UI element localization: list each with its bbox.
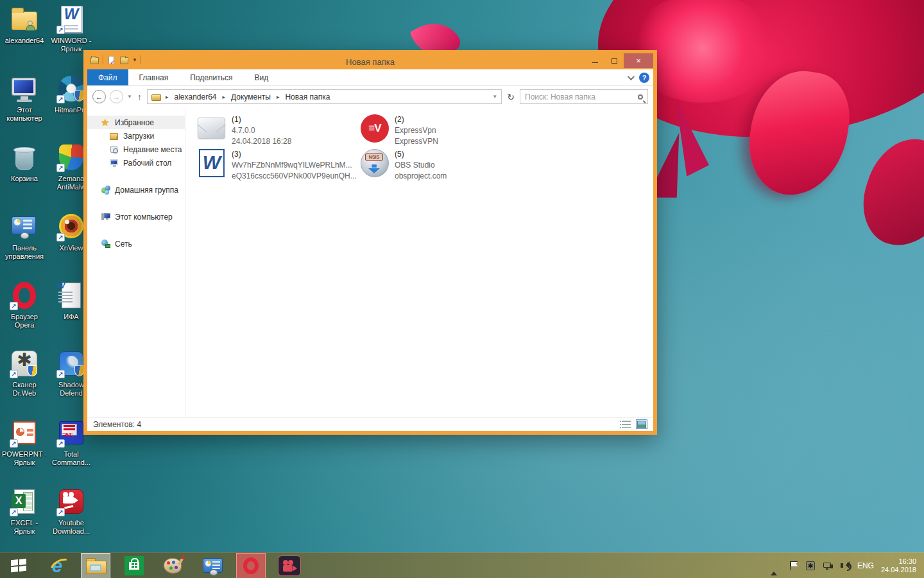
sidebar-item-desktop[interactable]: Рабочий стол: [87, 156, 185, 170]
taskbar-file-explorer[interactable]: [81, 553, 110, 578]
clock[interactable]: 16:30 24.04.2018: [881, 557, 916, 574]
taskbar-paint[interactable]: [158, 553, 187, 578]
tab-view[interactable]: Вид: [243, 69, 279, 85]
sidebar-item-network[interactable]: Сеть: [87, 237, 185, 250]
file-explorer-icon: [86, 558, 105, 574]
total-commander-icon: =64:: [56, 417, 87, 448]
sidebar-item-this-pc[interactable]: Этот компьютер: [87, 210, 185, 223]
show-hidden-icons-button[interactable]: [771, 561, 781, 571]
action-center-flag-icon[interactable]: [788, 561, 798, 571]
file-item-5[interactable]: NSIS (5) OBS Studio obsproject.com: [360, 148, 520, 182]
system-tray: ✱ ENG 16:30 24.04.2018: [771, 557, 924, 574]
file-item-2[interactable]: ≡V (2) ExpressVpn ExpressVPN: [360, 114, 520, 147]
search-placeholder: Поиск: Новая папка: [525, 92, 638, 101]
navigation-pane: ★ Избранное Загрузки Недавние места Рабо…: [87, 107, 185, 417]
breadcrumb-current[interactable]: Новая папка: [284, 92, 331, 101]
status-bar: Элементов: 4: [87, 417, 653, 431]
user-folder-icon: [9, 4, 40, 35]
taskbar-internet-explorer[interactable]: e: [42, 553, 72, 578]
new-folder-icon[interactable]: [119, 56, 129, 64]
search-box[interactable]: Поиск: Новая папка: [520, 89, 648, 104]
desktop-icon-this-pc[interactable]: Этот компьютер: [1, 73, 47, 123]
recent-locations-dropdown-icon[interactable]: ▼: [127, 94, 132, 100]
desktop-icon-control-panel[interactable]: Панель управления: [1, 211, 47, 261]
desktop-icon-youtube-downloader[interactable]: Youtube Download...: [48, 486, 94, 536]
desktop-icon-recycle-bin[interactable]: Корзина: [1, 142, 47, 183]
file-list[interactable]: (1) 4.7.0.0 24.04.2018 16:28 ≡V (2) Expr…: [185, 107, 653, 417]
forward-button[interactable]: →: [110, 90, 123, 103]
sidebar-item-downloads[interactable]: Загрузки: [87, 129, 185, 143]
close-button[interactable]: ×: [624, 53, 653, 68]
address-bar[interactable]: ▸ alexander64 ▸ Документы ▸ Новая папка …: [147, 89, 502, 104]
drweb-tray-icon[interactable]: ✱: [805, 561, 816, 571]
file-item-1[interactable]: (1) 4.7.0.0 24.04.2018 16:28: [197, 114, 357, 147]
details-view-icon[interactable]: [620, 419, 632, 429]
hitmanpro-icon: [56, 73, 87, 104]
date: 24.04.2018: [881, 566, 916, 574]
start-button[interactable]: [0, 553, 37, 578]
help-icon[interactable]: ?: [639, 73, 649, 83]
expand-ribbon-chevron-icon[interactable]: [628, 73, 635, 80]
flower-petal: [851, 128, 924, 258]
desktop-icon-powerpoint[interactable]: POWERPNT - Ярлык: [1, 417, 47, 467]
tab-file[interactable]: Файл: [87, 69, 128, 85]
thumbnails-view-icon[interactable]: [636, 419, 647, 429]
taskbar-screen-recorder[interactable]: [275, 553, 304, 578]
shortcut-arrow-icon: [10, 302, 18, 310]
sidebar-item-favorites[interactable]: ★ Избранное: [87, 116, 185, 129]
desktop-icon-drweb[interactable]: ✱ Сканер Dr.Web: [1, 348, 47, 398]
shortcut-arrow-icon: [56, 233, 65, 241]
taskbar-system-properties[interactable]: [198, 553, 227, 578]
nsis-installer-icon: NSIS: [360, 148, 389, 178]
explorer-window: ▼ Новая папка × Файл Главная Поделиться …: [83, 50, 657, 435]
minimize-button[interactable]: [585, 53, 604, 68]
sidebar-item-homegroup[interactable]: Домашняя группа: [87, 183, 185, 197]
desktop-icon-excel[interactable]: X EXCEL - Ярлык: [1, 486, 47, 536]
breadcrumb-user[interactable]: alexander64: [173, 92, 218, 101]
word-icon: W: [56, 4, 87, 35]
volume-tray-icon[interactable]: [840, 561, 850, 571]
time: 16:30: [881, 557, 916, 566]
zemana-icon: [56, 142, 87, 173]
taskbar-opera[interactable]: [236, 553, 266, 578]
expressvpn-icon: ≡V: [360, 114, 389, 143]
breadcrumb-separator: ▸: [221, 94, 228, 100]
explorer-folder-icon[interactable]: [90, 56, 99, 64]
refresh-icon[interactable]: ↻: [507, 92, 515, 102]
items-count: Элементов: 4: [93, 420, 141, 429]
sidebar-item-recent-places[interactable]: Недавние места: [87, 143, 185, 156]
breadcrumb-documents[interactable]: Документы: [230, 92, 272, 101]
xnview-icon: [56, 211, 87, 242]
shortcut-arrow-icon: [10, 439, 18, 448]
computer-icon: [9, 73, 40, 104]
back-button[interactable]: ←: [92, 90, 106, 103]
breadcrumb-separator: ▸: [275, 94, 282, 100]
paint-palette-icon: [164, 558, 182, 574]
opera-icon: [243, 557, 259, 574]
title-bar[interactable]: ▼ Новая папка ×: [87, 54, 653, 69]
word-document-icon: W: [56, 280, 87, 311]
tab-home[interactable]: Главная: [128, 69, 180, 85]
shortcut-arrow-icon: [56, 95, 65, 103]
desktop-icon-alexander64[interactable]: alexander64: [1, 4, 47, 45]
desktop-icon-opera[interactable]: Браузер Opera: [1, 280, 47, 329]
star-icon: ★: [101, 118, 110, 127]
recent-places-icon: [109, 144, 119, 154]
address-dropdown-icon[interactable]: ▼: [492, 94, 497, 100]
taskbar-windows-store[interactable]: [119, 553, 149, 578]
shortcut-arrow-icon: [56, 26, 65, 34]
installer-envelope-icon: [197, 114, 227, 143]
search-icon[interactable]: [638, 94, 643, 100]
desktop-icon-winword[interactable]: W WINWORD - Ярлык: [48, 4, 94, 53]
maximize-button[interactable]: [604, 53, 624, 68]
customize-qat-dropdown-icon[interactable]: ▼: [132, 57, 137, 63]
tab-share[interactable]: Поделиться: [179, 69, 243, 85]
language-indicator[interactable]: ENG: [857, 561, 874, 570]
window-title: Новая папка: [87, 57, 653, 67]
up-button[interactable]: ↑: [137, 92, 142, 102]
windows-store-icon: [124, 556, 144, 575]
network-tray-icon[interactable]: [823, 561, 833, 571]
desktop-monitor-icon: [109, 158, 119, 168]
properties-icon[interactable]: [107, 56, 116, 64]
file-item-3[interactable]: (3) Wv7hFZbNnMf9wqYILWePRLhM... eQ316csc…: [197, 148, 357, 182]
